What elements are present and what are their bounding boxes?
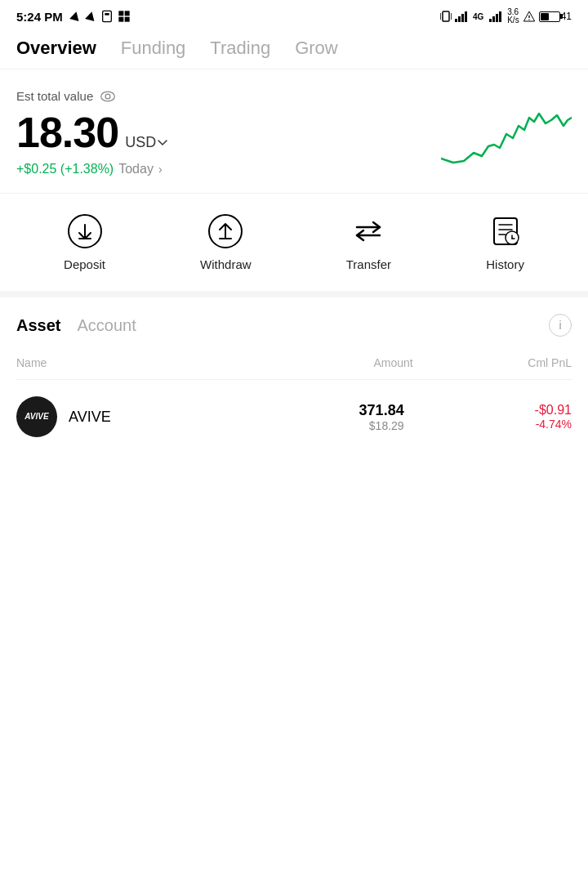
- nav-arrow-icon: [69, 11, 81, 22]
- svg-rect-14: [489, 19, 492, 22]
- svg-rect-2: [118, 11, 123, 16]
- table-row[interactable]: AVIVE AVIVE 371.84 $18.29 -$0.91 -4.74%: [16, 380, 572, 454]
- signal2-icon: [489, 11, 504, 22]
- chart-svg: [441, 89, 572, 179]
- status-right: 4G 3.6K/s 41: [440, 8, 572, 25]
- battery-icon: [539, 11, 560, 22]
- svg-point-19: [528, 19, 529, 20]
- change-today: Today: [118, 162, 154, 177]
- svg-rect-3: [124, 11, 129, 16]
- signal-icon: [455, 11, 470, 22]
- withdraw-label: Withdraw: [200, 257, 252, 271]
- alert-icon: [523, 10, 536, 23]
- est-label-text: Est total value: [16, 89, 93, 103]
- asset-tab-asset[interactable]: Asset: [16, 316, 60, 335]
- svg-rect-5: [124, 17, 129, 22]
- battery-container: 41: [539, 11, 572, 22]
- svg-point-21: [105, 94, 110, 99]
- avive-pnl-value: -$0.91: [404, 403, 572, 418]
- history-button[interactable]: History: [486, 213, 524, 271]
- svg-text:4G: 4G: [473, 12, 484, 21]
- vibrate-icon: [440, 9, 452, 24]
- currency-badge[interactable]: USD: [125, 134, 167, 151]
- info-icon: i: [559, 319, 561, 332]
- avive-usd: $18.29: [236, 419, 403, 432]
- change-value: +$0.25 (+1.38%): [16, 162, 114, 177]
- svg-rect-6: [443, 11, 449, 21]
- svg-rect-16: [496, 14, 498, 22]
- grid-icon: [118, 10, 131, 23]
- total-value: 18.30: [16, 108, 118, 157]
- avive-logo: AVIVE: [16, 396, 57, 437]
- tab-trading[interactable]: Trading: [210, 38, 270, 59]
- transfer-svg: [350, 213, 386, 249]
- svg-rect-4: [118, 17, 123, 22]
- avive-pnl-pct: -4.74%: [404, 418, 572, 431]
- sim-icon: [100, 10, 114, 23]
- main-nav: Overview Funding Trading Grow: [0, 31, 588, 69]
- deposit-icon: [67, 213, 103, 249]
- svg-rect-11: [461, 14, 464, 22]
- transfer-icon: [350, 213, 386, 249]
- eye-icon[interactable]: [100, 91, 116, 102]
- info-button[interactable]: i: [549, 314, 572, 337]
- chevron-right-icon[interactable]: ›: [158, 163, 163, 176]
- withdraw-icon: [207, 213, 243, 249]
- history-icon: [488, 213, 523, 249]
- actions-row: Deposit Withdraw Transfer: [0, 194, 588, 297]
- asset-tabs: Asset Account i: [16, 297, 572, 350]
- table-header: Name Amount Cml PnL: [16, 350, 572, 380]
- withdraw-svg: [207, 213, 243, 249]
- portfolio-section: Est total value 18.30 USD +$0.25 (+1.38%…: [0, 69, 588, 194]
- avive-logo-text: AVIVE: [24, 412, 48, 422]
- svg-rect-15: [492, 16, 495, 22]
- transfer-label: Transfer: [346, 257, 391, 271]
- status-bar: 5:24 PM: [0, 0, 588, 31]
- header-cml-pnl: Cml PnL: [413, 356, 572, 369]
- svg-rect-1: [105, 13, 109, 16]
- avive-amount: 371.84: [236, 402, 403, 419]
- transfer-button[interactable]: Transfer: [346, 213, 391, 271]
- portfolio-chart: [441, 89, 572, 179]
- status-left: 5:24 PM: [16, 10, 131, 24]
- svg-rect-12: [465, 11, 467, 22]
- deposit-label: Deposit: [64, 257, 105, 271]
- battery-level: 41: [561, 11, 572, 22]
- currency-dropdown-icon: [158, 140, 167, 146]
- asset-tab-account[interactable]: Account: [77, 316, 136, 335]
- history-label: History: [486, 257, 524, 271]
- tab-overview[interactable]: Overview: [16, 38, 96, 59]
- nav-arrow2-icon: [85, 11, 96, 22]
- svg-rect-0: [102, 11, 111, 21]
- svg-rect-17: [499, 11, 501, 22]
- deposit-svg: [67, 213, 103, 249]
- tab-grow[interactable]: Grow: [295, 38, 338, 59]
- asset-section: Asset Account i Name Amount Cml PnL AVIV…: [0, 297, 588, 454]
- svg-rect-9: [455, 19, 457, 22]
- status-icons: [69, 10, 131, 23]
- header-name: Name: [16, 356, 254, 369]
- deposit-button[interactable]: Deposit: [64, 213, 105, 271]
- speed-label: 3.6K/s: [507, 8, 519, 25]
- tab-funding[interactable]: Funding: [121, 38, 186, 59]
- history-svg: [488, 213, 523, 249]
- withdraw-button[interactable]: Withdraw: [200, 213, 252, 271]
- header-amount: Amount: [254, 356, 412, 369]
- 4g-icon: 4G: [473, 11, 486, 22]
- status-time: 5:24 PM: [16, 10, 63, 24]
- avive-amount-col: 371.84 $18.29: [236, 402, 403, 432]
- svg-point-20: [101, 92, 115, 101]
- svg-rect-10: [458, 16, 461, 22]
- avive-pnl-col: -$0.91 -4.74%: [404, 403, 572, 431]
- avive-name: AVIVE: [69, 409, 236, 426]
